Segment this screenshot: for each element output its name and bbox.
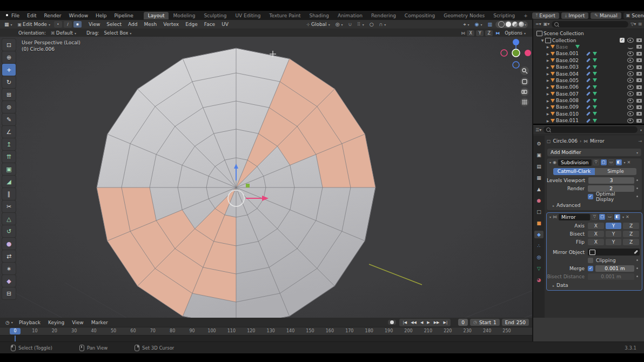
snap-symmetry-icon[interactable]: ⧓ [495, 31, 500, 36]
properties-tab-tool[interactable]: ⚙ [534, 140, 544, 148]
edge-select-button[interactable]: ∕ [64, 21, 72, 28]
timeline-menu-playback[interactable]: Playback [15, 319, 44, 326]
breadcrumb-object[interactable]: Circle.006 [553, 138, 578, 144]
properties-tab-particles[interactable]: ∴ [534, 242, 544, 250]
bisect-z-button[interactable]: Z [623, 231, 639, 237]
catmull-clark-button[interactable]: Catmull-Clark [553, 168, 595, 175]
chevron-down-icon[interactable]: ▾ [640, 128, 642, 132]
visibility-eye-icon[interactable] [627, 91, 634, 96]
menu-file[interactable]: File [8, 12, 23, 19]
optimal-display-checkbox[interactable]: ✓ [588, 194, 593, 199]
expand-icon[interactable]: ▶ [545, 58, 551, 62]
viewport-menu-select[interactable]: Select [104, 21, 124, 28]
render-camera-icon[interactable] [636, 85, 642, 89]
outliner-search-input[interactable] [552, 21, 628, 28]
tool-rotate[interactable]: ↻ [2, 76, 16, 88]
current-frame-indicator[interactable]: 0 [10, 328, 21, 334]
viewport-menu-mesh[interactable]: Mesh [141, 21, 159, 28]
render-camera-icon[interactable] [636, 45, 642, 49]
xray-toggle[interactable]: ▥ [485, 21, 494, 28]
visibility-eye-icon[interactable] [627, 45, 634, 49]
gizmo-y-handle[interactable] [246, 184, 250, 187]
menu-render[interactable]: Render [41, 12, 65, 19]
add-modifier-dropdown[interactable]: Add Modifier ▾ [547, 149, 641, 156]
tool-poly-build[interactable]: △ [2, 213, 16, 225]
modifier-name-field[interactable]: Mirror [559, 214, 590, 220]
properties-tab-modifiers[interactable]: ◆ [534, 231, 544, 238]
solid-shading-icon[interactable] [506, 22, 511, 27]
expand-icon[interactable]: ▶ [545, 105, 551, 109]
merge-threshold-field[interactable]: 0.001 m [595, 265, 634, 272]
outliner-row-base-008[interactable]: ▶Base.008 [533, 97, 644, 104]
outliner-display-mode-icon[interactable]: ▣▾ [544, 22, 550, 26]
visibility-eye-icon[interactable] [627, 105, 634, 110]
visibility-eye-icon[interactable] [627, 118, 634, 123]
tool-scale[interactable]: ⊞ [2, 89, 16, 100]
mirror-panel-header[interactable]: ▾ ⋈ Mirror ▽ ▢ ▭ ◧ ▾ ✕ [547, 213, 642, 221]
outliner-row-base-011[interactable]: ▶Base.011 [533, 117, 644, 124]
render-camera-icon[interactable] [636, 99, 642, 103]
visibility-eye-icon[interactable] [627, 58, 634, 63]
outliner-row-scene-collection[interactable]: Scene Collection [533, 30, 644, 37]
axis-z-button[interactable]: Z [623, 223, 639, 229]
prev-keyframe-button[interactable]: ◀◀ [409, 320, 418, 325]
snap-magnet-icon[interactable]: ∪ [346, 21, 354, 28]
visibility-eye-icon[interactable] [627, 85, 634, 90]
menu-edit[interactable]: Edit [23, 12, 40, 19]
face-select-button[interactable]: ▪ [73, 21, 82, 28]
expand-icon[interactable]: ▶ [545, 112, 551, 116]
nav-axis-neg-x[interactable] [501, 50, 507, 56]
render-camera-icon[interactable] [636, 119, 642, 123]
orientation-value-dropdown[interactable]: ⌘Default▾ [49, 30, 78, 36]
expand-icon[interactable]: ▶ [545, 119, 551, 123]
tool-shrink-fatten[interactable]: ∗ [2, 263, 16, 274]
properties-tab-physics[interactable]: ◎ [534, 253, 544, 261]
breadcrumb-modifier[interactable]: Mirror [590, 138, 605, 144]
gizmos-dropdown[interactable]: ⌖▾ [461, 21, 472, 28]
new-collection-icon[interactable]: ⊞ [638, 22, 642, 26]
bisect-distance-field[interactable]: 0.001 m [588, 273, 634, 280]
merge-checkbox[interactable]: ✓ [588, 266, 593, 271]
tool-shear[interactable]: ◆ [2, 275, 16, 287]
material-shading-icon[interactable] [512, 22, 518, 27]
options-dropdown[interactable]: Options▾ [502, 30, 528, 36]
tab-modeling[interactable]: Modeling [169, 12, 199, 19]
show-viewport-toggle[interactable]: ▢ [599, 214, 605, 220]
expand-icon[interactable]: ▾ [549, 215, 551, 219]
outliner-row-base-007[interactable]: ▶Base.007 [533, 91, 644, 97]
transform-orientation-dropdown[interactable]: ⊹Global▾ [304, 21, 332, 28]
close-icon[interactable]: ✕ [627, 160, 631, 165]
wireframe-shading-icon[interactable] [498, 21, 505, 28]
simple-button[interactable]: Simple [595, 168, 636, 175]
animate-dot-icon[interactable] [634, 276, 640, 277]
tool-select-box[interactable]: ⊡ [2, 39, 16, 51]
viewport-menu-add[interactable]: Add [125, 21, 140, 28]
render-camera-icon[interactable] [636, 78, 642, 82]
outliner-editor-type-icon[interactable]: ≡▾ [535, 22, 541, 26]
viewport-3d[interactable] [0, 37, 532, 318]
expand-icon[interactable]: ▶ [545, 99, 551, 103]
outliner-row-base-005[interactable]: ▶Base.005 [533, 77, 644, 84]
outliner-row-base-006[interactable]: ▶Base.006 [533, 84, 644, 90]
render-camera-icon[interactable] [636, 65, 642, 69]
properties-tab-render[interactable]: ▣ [534, 151, 544, 159]
tool-cursor[interactable]: ⊕ [2, 51, 16, 63]
animate-dot-icon[interactable] [634, 267, 640, 269]
menu-help[interactable]: Help [92, 12, 111, 19]
render-camera-icon[interactable] [636, 52, 642, 56]
modifier-extras-icon[interactable]: ▾ [622, 215, 624, 219]
animate-dot-icon[interactable] [634, 179, 640, 181]
viewport-menu-face[interactable]: Face [202, 21, 218, 28]
expand-icon[interactable]: ▾ [549, 160, 551, 164]
nav-zoom-button[interactable] [520, 66, 529, 75]
show-viewport-toggle[interactable]: ▢ [601, 159, 607, 165]
tab-texture-paint[interactable]: Texture Paint [265, 12, 305, 19]
bisect-y-button[interactable]: Y [606, 231, 622, 237]
menu-pipeline[interactable]: Pipeline [111, 12, 137, 19]
jump-to-end-button[interactable]: ▶| [442, 320, 450, 325]
tool-bevel[interactable]: ◢ [2, 176, 16, 187]
expand-icon[interactable]: ▶ [545, 92, 551, 96]
visibility-eye-icon[interactable] [627, 111, 634, 116]
start-value[interactable]: 1 [493, 320, 497, 325]
outliner-row-base-009[interactable]: ▶Base.009 [533, 104, 644, 110]
